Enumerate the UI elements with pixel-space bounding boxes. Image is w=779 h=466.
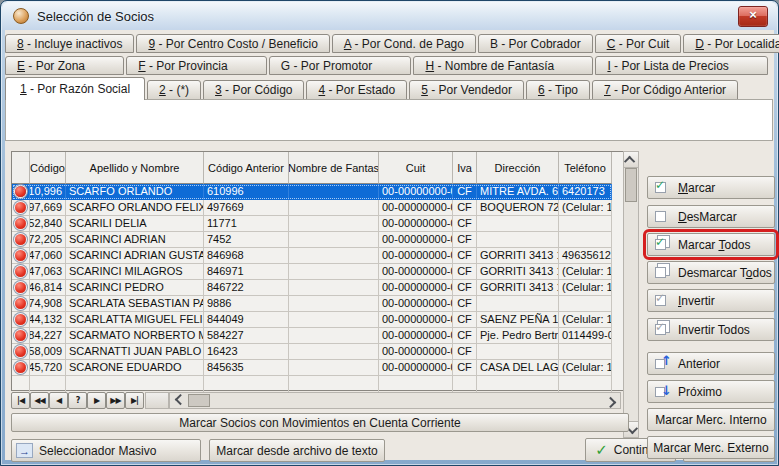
- marcar-todos-button[interactable]: Marcar Todos: [647, 233, 775, 256]
- table-row[interactable]: 847,063SCARINCI MILAGROS84697100-0000000…: [12, 264, 612, 280]
- tab-9-por-centro-costo-beneficio[interactable]: 9 - Por Centro Costo / Beneficio: [136, 34, 329, 53]
- column-header-nombre-de-fantas[interactable]: Nombre de Fantas: [289, 152, 379, 184]
- record-indicator-cell: [12, 184, 30, 200]
- check-gray-multi-icon: [655, 322, 671, 337]
- cell-fantasia: [289, 360, 379, 376]
- cell-codigo: 844,132: [30, 312, 66, 328]
- column-header-telefono[interactable]: Teléfono: [559, 152, 612, 184]
- tab-1-por-razon-social[interactable]: 1 - Por Razón Social: [5, 77, 145, 100]
- table-row[interactable]: 846,814SCARINCI PEDRO84672200-00000000-0…: [12, 280, 612, 296]
- chevron-left-icon: [174, 393, 185, 404]
- nav-prior-button[interactable]: ◀: [49, 392, 68, 409]
- marcar-desde-archivo-button[interactable]: Marcar desde archivo de texto: [209, 439, 385, 462]
- cell-nombre: SCARONE EDUARDO: [66, 360, 204, 376]
- grid-header-row: CódigoApellido y NombreCódigo AnteriorNo…: [12, 152, 612, 184]
- check-gray-icon: [655, 293, 671, 308]
- cell-anterior: 845635: [204, 360, 289, 376]
- tab-7-por-codigo-anterior[interactable]: 7 - Por Código Anterior: [592, 80, 738, 100]
- table-row[interactable]: 847,060SCARINCI ADRIAN GUSTA84696800-000…: [12, 248, 612, 264]
- tab-e-por-zona[interactable]: E - Por Zona: [5, 56, 124, 75]
- column-header-iva[interactable]: Iva: [453, 152, 477, 184]
- nav-first-button[interactable]: |◀: [11, 392, 30, 409]
- marcar-merc-interno-button[interactable]: Marcar Merc. Interno: [647, 408, 775, 431]
- column-header-apellido-y-nombre[interactable]: Apellido y Nombre: [66, 152, 204, 184]
- cell-telefono: 0114499-070: [559, 328, 612, 344]
- marcar-button[interactable]: Marcar: [647, 176, 775, 199]
- scroll-left-button[interactable]: [171, 393, 186, 408]
- table-row[interactable]: 497,669SCARFO ORLANDO FELIX49766900-0000…: [12, 200, 612, 216]
- cell-anterior: 16423: [204, 344, 289, 360]
- tab-8-incluye-inactivos[interactable]: 8 - Incluye inactivos: [5, 34, 134, 53]
- tab-4-por-estado[interactable]: 4 - Por Estado: [306, 80, 407, 100]
- table-row[interactable]: 852,840SCARILI DELIA1177100-00000000-0CF: [12, 216, 612, 232]
- cell-iva: CF: [453, 264, 477, 280]
- seleccionador-masivo-button[interactable]: → Seleccionador Masivo: [11, 439, 201, 462]
- table-row[interactable]: 610,996SCARFO ORLANDO61099600-00000000-0…: [12, 184, 612, 200]
- vertical-scrollbar[interactable]: [623, 151, 639, 438]
- cell-fantasia: [289, 200, 379, 216]
- table-row-empty: [12, 376, 612, 392]
- nav-next-page-button[interactable]: ▶▶: [106, 392, 125, 409]
- cell-direccion: [477, 376, 559, 392]
- desmarcar-todos-button[interactable]: Desmarcar Todos: [647, 261, 775, 284]
- cell-telefono: (Celular: 15-6: [559, 264, 612, 280]
- cell-nombre: SCARMATO NORBERTO M: [66, 328, 204, 344]
- horizontal-scrollbar[interactable]: [169, 392, 621, 409]
- column-header-direccion[interactable]: Dirección: [477, 152, 559, 184]
- proximo-button[interactable]: Próximo: [647, 380, 775, 403]
- tab-g-por-promotor[interactable]: G - Por Promotor: [269, 56, 412, 75]
- cell-telefono: [559, 376, 612, 392]
- cell-iva: CF: [453, 296, 477, 312]
- vertical-scroll-thumb[interactable]: [625, 168, 637, 202]
- table-row[interactable]: 858,009SCARNATTI JUAN PABLO1642300-00000…: [12, 344, 612, 360]
- check-empty-icon: [655, 209, 671, 224]
- tab-h-nombre-de-fantasia[interactable]: H - Nombre de Fantasía: [413, 56, 593, 75]
- invertir-todos-button[interactable]: Invertir Todos: [647, 318, 775, 341]
- tab-3-por-codigo[interactable]: 3 - Por Código: [203, 80, 304, 100]
- column-header-codigo[interactable]: Código: [30, 152, 66, 184]
- scroll-up-button[interactable]: [624, 152, 638, 168]
- cell-cuit: 00-00000000-0: [379, 232, 453, 248]
- horizontal-scroll-thumb[interactable]: [188, 394, 210, 407]
- table-row[interactable]: 872,205SCARINCI ADRIAN745200-00000000-0C…: [12, 232, 612, 248]
- nav-next-button[interactable]: ▶: [87, 392, 106, 409]
- record-indicator-cell: [12, 344, 30, 360]
- table-row[interactable]: 584,227SCARMATO NORBERTO M58422700-00000…: [12, 328, 612, 344]
- column-header-cuit[interactable]: Cuit: [379, 152, 453, 184]
- tab-5-por-vendedor[interactable]: 5 - Por Vendedor: [409, 80, 524, 100]
- nav-last-button[interactable]: ▶|: [125, 392, 144, 409]
- column-header-codigo-anterior[interactable]: Código Anterior: [204, 152, 289, 184]
- close-button[interactable]: ×: [738, 6, 768, 27]
- tab-2[interactable]: 2 - (*): [147, 80, 201, 100]
- cell-telefono: [559, 216, 612, 232]
- cell-cuit: 00-00000000-0: [379, 280, 453, 296]
- cell-direccion: [477, 296, 559, 312]
- nav-search-button[interactable]: ?: [68, 392, 87, 409]
- cell-codigo: 847,060: [30, 248, 66, 264]
- marcar-movimientos-cc-button[interactable]: Marcar Socios con Movimientos en Cuenta …: [11, 413, 629, 432]
- cell-nombre: SCARFO ORLANDO: [66, 184, 204, 200]
- table-row[interactable]: 845,720SCARONE EDUARDO84563500-00000000-…: [12, 360, 612, 376]
- tab-d-por-localidad[interactable]: D - Por Localidad: [683, 34, 779, 53]
- cell-direccion: [477, 344, 559, 360]
- check-empty-multi-icon: [655, 265, 671, 280]
- scroll-right-button[interactable]: [604, 393, 619, 408]
- anterior-button[interactable]: Anterior: [647, 352, 775, 375]
- tab-c-por-cuit[interactable]: C - Por Cuit: [595, 34, 682, 53]
- tab-i-por-lista-de-precios[interactable]: I - Por Lista de Precios: [595, 56, 768, 75]
- search-edit[interactable]: [5, 99, 773, 141]
- desmarcar-button[interactable]: DesMarcar: [647, 205, 775, 228]
- tab-6-tipo[interactable]: 6 - Tipo: [526, 80, 590, 100]
- invertir-button[interactable]: Invertir: [647, 289, 775, 312]
- record-indicator-cell: [12, 360, 30, 376]
- column-header-indicator[interactable]: [12, 152, 30, 184]
- table-row[interactable]: 844,132SCARLATTA MIGUEL FELI84404900-000…: [12, 312, 612, 328]
- tab-b-por-cobrador[interactable]: B - Por Cobrador: [478, 34, 593, 53]
- marcar-merc-externo-button[interactable]: Marcar Merc. Externo: [647, 436, 775, 459]
- cell-fantasia: [289, 312, 379, 328]
- tab-a-por-cond-de-pago[interactable]: A - Por Cond. de Pago: [332, 34, 476, 53]
- nav-prior-page-button[interactable]: ◀◀: [30, 392, 49, 409]
- table-row[interactable]: 874,908SCARLATA SEBASTIAN PA988600-00000…: [12, 296, 612, 312]
- cell-direccion: Pje. Pedro Bertre: [477, 328, 559, 344]
- tab-f-por-provincia[interactable]: F - Por Provincia: [126, 56, 267, 75]
